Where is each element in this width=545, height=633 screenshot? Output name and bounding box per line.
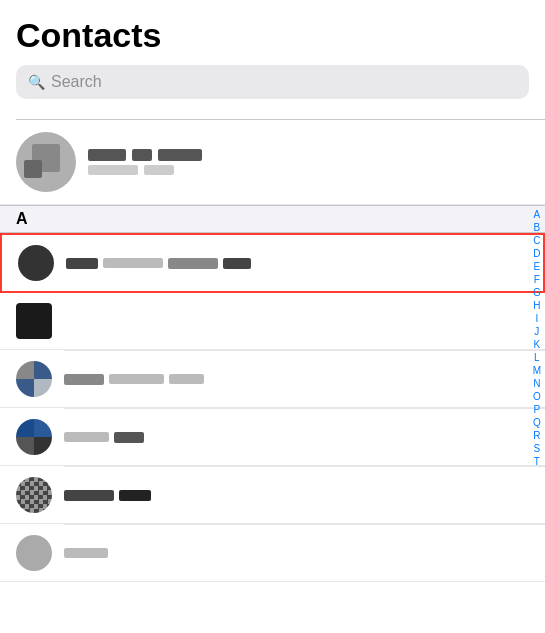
avatar — [16, 303, 52, 339]
search-icon: 🔍 — [28, 74, 45, 90]
alpha-R[interactable]: R — [531, 430, 542, 442]
name-blur-3 — [158, 149, 202, 161]
main-list: A B C D E F G H I J K L M N O P Q R S T … — [0, 205, 545, 582]
alpha-A[interactable]: A — [531, 209, 542, 221]
alpha-Q[interactable]: Q — [531, 417, 543, 429]
header: Contacts 🔍 Search — [0, 0, 545, 119]
featured-sub-row — [88, 165, 202, 175]
sub-blur-2 — [144, 165, 174, 175]
alpha-F[interactable]: F — [532, 274, 542, 286]
alpha-S[interactable]: S — [531, 443, 542, 455]
name-bar-6a — [64, 548, 108, 558]
featured-contact[interactable] — [0, 120, 545, 205]
contact-item-2[interactable] — [0, 293, 545, 350]
contact-content-4 — [16, 419, 529, 455]
search-bar[interactable]: 🔍 Search — [16, 65, 529, 99]
sub-blur-1 — [88, 165, 138, 175]
name-bar-1 — [66, 258, 98, 269]
name-row-6 — [64, 548, 108, 558]
alpha-L[interactable]: L — [532, 352, 542, 364]
contact-text-3 — [64, 374, 204, 385]
name-bar-3 — [168, 258, 218, 269]
name-bar-5b — [119, 490, 151, 501]
alpha-G[interactable]: G — [531, 287, 543, 299]
contact-content-2 — [16, 303, 529, 339]
avatar — [16, 535, 52, 571]
avatar — [18, 245, 54, 281]
contact-content-3 — [16, 361, 529, 397]
contact-text-4 — [64, 432, 144, 443]
alpha-B[interactable]: B — [531, 222, 542, 234]
section-header-A: A — [0, 205, 545, 233]
alpha-M[interactable]: M — [531, 365, 543, 377]
contact-item-5[interactable] — [0, 467, 545, 524]
featured-name-row — [88, 149, 202, 161]
contact-text — [66, 258, 251, 269]
alpha-C[interactable]: C — [531, 235, 542, 247]
name-bar-3b — [109, 374, 164, 384]
contact-item-3[interactable] — [0, 351, 545, 408]
avatar — [16, 477, 52, 513]
contact-text-5 — [64, 490, 151, 501]
alpha-H[interactable]: H — [531, 300, 542, 312]
page-container: Contacts 🔍 Search A B C D — [0, 0, 545, 582]
contact-item-selected[interactable] — [0, 233, 545, 293]
alpha-N[interactable]: N — [531, 378, 542, 390]
alpha-I[interactable]: I — [533, 313, 540, 325]
contact-content — [18, 245, 527, 281]
alpha-O[interactable]: O — [531, 391, 543, 403]
name-row-3 — [64, 374, 204, 385]
featured-name-block — [88, 149, 202, 175]
alpha-D[interactable]: D — [531, 248, 542, 260]
avatar — [16, 361, 52, 397]
alpha-E[interactable]: E — [531, 261, 542, 273]
name-bar-4 — [223, 258, 251, 269]
name-bar-4a — [64, 432, 109, 442]
alpha-P[interactable]: P — [531, 404, 542, 416]
name-bar-4b — [114, 432, 144, 443]
name-bar-5a — [64, 490, 114, 501]
name-row — [66, 258, 251, 269]
contact-content-6 — [16, 535, 529, 571]
name-blur-1 — [88, 149, 126, 161]
page-title: Contacts — [16, 16, 529, 55]
name-bar-3a — [64, 374, 104, 385]
name-bar-2 — [103, 258, 163, 268]
name-bar-3c — [169, 374, 204, 384]
contact-item-6[interactable] — [0, 525, 545, 582]
name-row-4 — [64, 432, 144, 443]
contact-text-6 — [64, 548, 108, 558]
alpha-T[interactable]: T — [532, 456, 542, 468]
contact-content-5 — [16, 477, 529, 513]
contact-item-4[interactable] — [0, 409, 545, 466]
alpha-K[interactable]: K — [531, 339, 542, 351]
alpha-J[interactable]: J — [532, 326, 541, 338]
avatar — [16, 419, 52, 455]
alphabet-index[interactable]: A B C D E F G H I J K L M N O P Q R S T — [531, 205, 543, 472]
name-blur-2 — [132, 149, 152, 161]
avatar — [16, 132, 76, 192]
name-row-5 — [64, 490, 151, 501]
search-placeholder: Search — [51, 73, 102, 91]
